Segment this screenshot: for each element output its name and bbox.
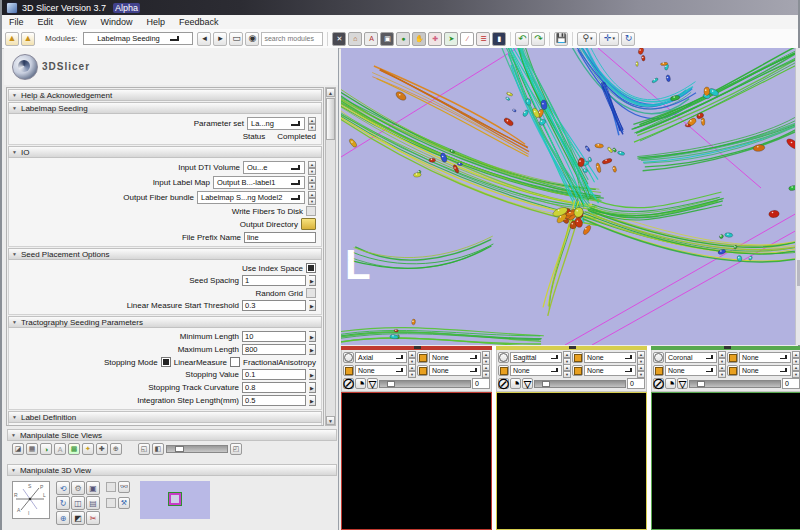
- stopping-curvature-input[interactable]: 0.8: [242, 382, 306, 393]
- section-seed-placement[interactable]: ▼ Seed Placement Options: [8, 248, 322, 260]
- slice-offset-slider[interactable]: [689, 380, 781, 388]
- mouse-mode-icon[interactable]: ⚲▾: [577, 32, 597, 46]
- stopping-mode-linear-radio[interactable]: [161, 357, 171, 367]
- slice-viewport-sagittal[interactable]: [496, 392, 647, 530]
- background-combo[interactable]: None: [429, 365, 481, 376]
- module-shortcut-icon-8[interactable]: ➤: [444, 32, 458, 46]
- slice-options-icon[interactable]: ◔: [510, 378, 521, 389]
- module-shortcut-icon-9[interactable]: ∕: [460, 32, 474, 46]
- scroll-up-icon[interactable]: ▲: [326, 88, 335, 97]
- module-shortcut-icon-4[interactable]: ▣: [380, 32, 394, 46]
- slice-offset-value[interactable]: 0: [627, 378, 645, 389]
- output-fiber-combo[interactable]: Labelmap S...ng Model2: [197, 191, 305, 204]
- slice-offset-value[interactable]: 0: [782, 378, 800, 389]
- input-label-map-spinner[interactable]: ▲▼: [308, 176, 316, 189]
- slice-labels-icon[interactable]: ▿: [522, 378, 533, 389]
- load-data-icon[interactable]: ▲: [5, 32, 19, 46]
- foreground-spinner[interactable]: ▲▼: [482, 351, 490, 364]
- module-history-icon[interactable]: ▭: [229, 32, 243, 46]
- opacity-min-icon[interactable]: ◱: [138, 443, 150, 455]
- foreground-combo[interactable]: None: [584, 352, 636, 363]
- scroll-down-icon[interactable]: ▼: [326, 416, 335, 425]
- section-io[interactable]: ▼ IO: [8, 146, 322, 158]
- view-settings-icon[interactable]: ⚙: [71, 481, 85, 495]
- slider-handle[interactable]: [697, 381, 705, 387]
- center-view-icon[interactable]: ⊕: [56, 511, 70, 525]
- slice-viewport-axial[interactable]: [341, 392, 492, 530]
- menu-feedback[interactable]: Feedback: [172, 17, 226, 27]
- title-bar[interactable]: 3D Slicer Version 3.7 Alpha: [2, 0, 798, 15]
- slice-bar-coronal[interactable]: [651, 346, 800, 350]
- redo-icon[interactable]: ↷: [531, 32, 545, 46]
- module-shortcut-icon-5[interactable]: ●: [396, 32, 410, 46]
- menu-edit[interactable]: Edit: [31, 17, 61, 27]
- slice-opacity-slider[interactable]: [166, 445, 228, 453]
- fit-slice-icon[interactable]: ⊘: [498, 378, 509, 389]
- parameter-set-combo[interactable]: La...ng: [247, 117, 305, 130]
- orientation-spinner[interactable]: ▲▼: [718, 351, 726, 364]
- slice-labels-icon[interactable]: ▿: [367, 378, 378, 389]
- module-shortcut-icon-2[interactable]: ⌂: [348, 32, 362, 46]
- slice-bar-sagittal[interactable]: [496, 346, 647, 350]
- slice-bar-axial[interactable]: [341, 346, 492, 350]
- previous-module-icon[interactable]: ◂: [197, 32, 211, 46]
- section-labelmap-seeding[interactable]: ▼ Labelmap Seeding: [8, 102, 322, 114]
- background-spinner[interactable]: ▲▼: [792, 364, 800, 377]
- background-layer-icon[interactable]: [417, 365, 428, 376]
- max-length-input[interactable]: 800: [242, 344, 306, 355]
- spin-arrow-icon[interactable]: ▶: [309, 344, 316, 355]
- foreground-spinner[interactable]: ▲▼: [637, 351, 645, 364]
- slice-visibility-icon[interactable]: ◪: [12, 443, 24, 455]
- slice-annotation-icon[interactable]: A: [54, 443, 66, 455]
- module-shortcut-icon-7[interactable]: ✚: [428, 32, 442, 46]
- slice-offset-slider[interactable]: [534, 380, 626, 388]
- module-shortcut-icon-11[interactable]: ▮: [492, 32, 506, 46]
- section-manipulate-3d-view[interactable]: ▼ Manipulate 3D View: [7, 464, 337, 476]
- module-shortcut-icon-10[interactable]: ☰: [476, 32, 490, 46]
- random-grid-checkbox[interactable]: [306, 288, 316, 298]
- output-directory-folder-icon[interactable]: [301, 218, 316, 230]
- module-shortcut-icon-1[interactable]: ✕: [332, 32, 346, 46]
- next-module-icon[interactable]: ▸: [213, 32, 227, 46]
- module-finder-icon[interactable]: ◉: [245, 32, 259, 46]
- rotate-view-icon[interactable]: ⟲: [56, 481, 70, 495]
- file-prefix-input[interactable]: line: [244, 232, 316, 243]
- linear-measure-input[interactable]: 0.3: [242, 300, 306, 311]
- orientation-spinner[interactable]: ▲▼: [563, 351, 571, 364]
- foreground-combo[interactable]: None: [739, 352, 791, 363]
- slice-link-icon[interactable]: [498, 352, 509, 363]
- section-help-acknowledgement[interactable]: ▼ Help & Acknowledgement: [8, 89, 322, 101]
- section-tractography[interactable]: ▼ Tractography Seeding Parameters: [8, 316, 322, 328]
- stopping-value-input[interactable]: 0.1: [242, 369, 306, 380]
- panel-scrollbar[interactable]: ▲ ▼: [325, 87, 336, 426]
- foreground-combo[interactable]: None: [429, 352, 481, 363]
- background-spinner[interactable]: ▲▼: [637, 364, 645, 377]
- module-shortcut-icon-3[interactable]: A: [364, 32, 378, 46]
- write-fibers-checkbox[interactable]: [306, 206, 316, 216]
- search-modules-input[interactable]: [261, 32, 323, 46]
- opacity-toggle-icon[interactable]: ◧: [152, 443, 164, 455]
- view3d-navigation-preview[interactable]: [140, 481, 210, 519]
- spin-arrow-icon[interactable]: ▶: [309, 300, 316, 311]
- slider-handle[interactable]: [542, 381, 550, 387]
- parameter-set-spinner[interactable]: ▲▼: [308, 117, 316, 130]
- background-combo[interactable]: None: [584, 365, 636, 376]
- slice-compositing-icon[interactable]: ▩: [68, 443, 80, 455]
- spin-arrow-icon[interactable]: ▶: [309, 275, 316, 286]
- labelmap-spinner[interactable]: ▲▼: [563, 364, 571, 377]
- slice-viewport-coronal[interactable]: [651, 392, 800, 530]
- stopping-mode-fa-radio[interactable]: [230, 357, 240, 367]
- slice-options-icon[interactable]: ◔: [355, 378, 366, 389]
- spin-arrow-icon[interactable]: ▶: [309, 369, 316, 380]
- threed-viewport[interactable]: [341, 48, 795, 345]
- slice-navigator-icon[interactable]: ⊕: [110, 443, 122, 455]
- input-dti-combo[interactable]: Ou...e: [243, 161, 305, 174]
- fit-slice-icon[interactable]: ⊘: [653, 378, 664, 389]
- min-length-input[interactable]: 10: [242, 331, 306, 342]
- module-shortcut-icon-6[interactable]: ✋: [412, 32, 426, 46]
- input-dti-spinner[interactable]: ▲▼: [308, 161, 316, 174]
- menu-help[interactable]: Help: [139, 17, 172, 27]
- slice-spatial-units-icon[interactable]: ✦: [82, 443, 94, 455]
- slice-offset-value[interactable]: 0: [472, 378, 490, 389]
- opacity-max-icon[interactable]: ◰: [230, 443, 242, 455]
